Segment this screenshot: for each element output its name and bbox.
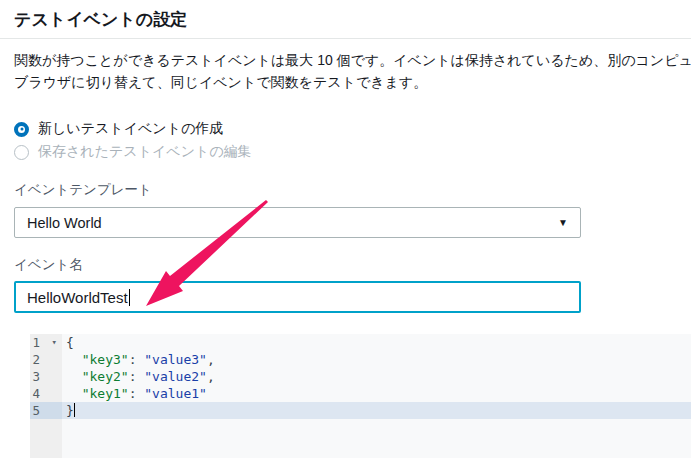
event-template-select[interactable]: Hello World ▼ — [14, 207, 581, 238]
editor-line-number-gutter: 1▾2345 — [30, 334, 62, 458]
editor-text-cursor — [74, 403, 75, 417]
radio-edit-saved-test-events: 保存されたテストイベントの編集 — [14, 143, 252, 161]
radio-label[interactable]: 新しいテストイベントの作成 — [38, 120, 223, 138]
radio-create-new-test-event[interactable]: 新しいテストイベントの作成 — [14, 120, 223, 138]
event-name-label: イベント名 — [14, 256, 83, 274]
code-line[interactable]: { — [62, 334, 691, 351]
json-code-editor[interactable]: 1▾2345 { "key3": "value3", "key2": "valu… — [30, 334, 691, 458]
radio-label: 保存されたテストイベントの編集 — [38, 143, 252, 161]
event-name-input[interactable]: HelloWorldTest — [14, 281, 581, 313]
description-line-2: ブラウザに切り替えて、同じイベントで関数をテストできます。 — [14, 71, 691, 93]
configure-test-event-dialog: テストイベントの設定 関数が持つことができるテストイベントは最大 10 個です。… — [0, 0, 691, 458]
dialog-title: テストイベントの設定 — [14, 8, 187, 31]
text-cursor — [129, 289, 130, 306]
event-name-value: HelloWorldTest — [27, 289, 128, 306]
chevron-down-icon[interactable]: ▼ — [558, 218, 568, 228]
fold-caret-icon[interactable]: ▾ — [52, 334, 57, 351]
line-number: 1▾ — [30, 334, 62, 351]
dialog-description: 関数が持つことができるテストイベントは最大 10 個です。イベントは保持されてい… — [14, 49, 691, 93]
code-line[interactable]: "key2": "value2", — [62, 368, 691, 385]
event-template-label: イベントテンプレート — [14, 181, 152, 199]
radio-selected-icon[interactable] — [14, 122, 29, 137]
code-line[interactable]: } — [62, 402, 691, 419]
line-number: 2 — [30, 351, 62, 368]
line-number: 5 — [30, 402, 62, 419]
radio-unselected-icon — [14, 145, 29, 160]
header-divider — [0, 38, 691, 39]
line-number: 3 — [30, 368, 62, 385]
event-template-selected-value: Hello World — [27, 215, 558, 231]
description-line-1: 関数が持つことができるテストイベントは最大 10 個です。イベントは保持されてい… — [14, 49, 691, 71]
code-line[interactable]: "key3": "value3", — [62, 351, 691, 368]
line-number: 4 — [30, 385, 62, 402]
code-line[interactable]: "key1": "value1" — [62, 385, 691, 402]
editor-code-area[interactable]: { "key3": "value3", "key2": "value2", "k… — [62, 334, 691, 458]
